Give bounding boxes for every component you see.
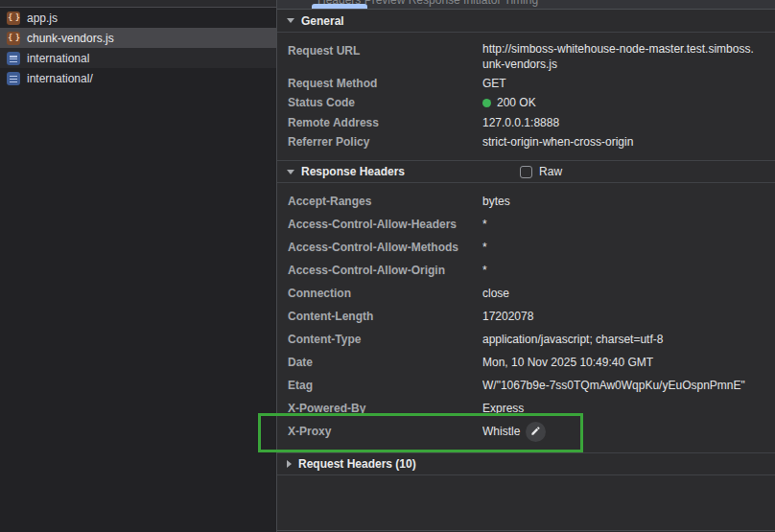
response-header-row: Access-Control-Allow-Origin * (277, 259, 775, 282)
document-file-icon (7, 72, 20, 85)
script-file-icon (7, 12, 20, 25)
detail-tab-bar[interactable]: Headers Preview Response Initiator Timin… (277, 0, 775, 10)
general-row: Request Method GET (277, 74, 775, 93)
header-value: strict-origin-when-cross-origin (482, 132, 775, 151)
response-header-row: Connection close (277, 282, 775, 305)
request-row-chunk-vendors-js[interactable]: chunk-vendors.js (0, 28, 276, 48)
header-value: 200 OK (482, 93, 775, 112)
header-value: * (482, 259, 775, 282)
chevron-down-icon (287, 18, 294, 23)
general-row: Remote Address 127.0.0.1:8888 (277, 113, 775, 132)
general-row: Request URL http://simboss-whitehouse-no… (277, 41, 775, 72)
header-name: Etag (288, 374, 482, 397)
header-name: X-Proxy (288, 420, 482, 443)
header-name: Content-Type (288, 328, 482, 351)
header-value: close (482, 282, 775, 305)
general-row: Referrer Policy strict-origin-when-cross… (277, 132, 775, 151)
devtools-network-panel: app.js chunk-vendors.js international in… (0, 0, 775, 532)
request-row-international-slash[interactable]: international/ (0, 68, 276, 88)
document-file-icon (7, 52, 20, 65)
response-header-rows: Accept-Ranges bytes Access-Control-Allow… (277, 183, 775, 452)
header-name: Access-Control-Allow-Headers (288, 213, 482, 236)
raw-checkbox[interactable] (520, 166, 532, 178)
request-url-line2: unk-vendors.js (482, 57, 775, 72)
header-value: Whistle (482, 420, 775, 443)
request-name: chunk-vendors.js (27, 32, 114, 45)
script-file-icon (7, 32, 20, 45)
request-list: app.js chunk-vendors.js international in… (0, 0, 276, 532)
status-code-text: 200 OK (497, 96, 536, 109)
request-row-international[interactable]: international (0, 48, 276, 68)
response-header-row: Date Mon, 10 Nov 2025 10:49:40 GMT (277, 351, 775, 374)
request-name: international (27, 52, 89, 65)
request-row-app-js[interactable]: app.js (0, 8, 276, 28)
response-header-row: Content-Length 17202078 (277, 305, 775, 328)
header-name: Content-Length (288, 305, 482, 328)
header-name: Request Method (288, 74, 482, 93)
header-value: * (482, 236, 775, 259)
headers-tab-indicator (312, 4, 367, 9)
pane-bottom-border (277, 530, 775, 531)
header-name: X-Powered-By (288, 397, 482, 420)
response-header-row: X-Powered-By Express (277, 397, 775, 420)
chevron-down-icon (287, 170, 294, 174)
general-section-header[interactable]: General (277, 10, 775, 33)
headers-detail-pane: Headers Preview Response Initiator Timin… (277, 0, 775, 532)
raw-checkbox-label: Raw (539, 165, 562, 178)
header-value: GET (482, 74, 775, 93)
response-header-row: Access-Control-Allow-Methods * (277, 236, 775, 259)
chevron-right-icon (287, 460, 292, 468)
request-list-header-edge (0, 0, 276, 8)
header-name: Accept-Ranges (288, 190, 482, 213)
x-proxy-value: Whistle (482, 425, 520, 438)
response-header-row: Access-Control-Allow-Headers * (277, 213, 775, 236)
header-name: Status Code (288, 93, 482, 112)
header-value: Express (482, 397, 775, 420)
header-name: Referrer Policy (288, 132, 482, 151)
response-header-row: Content-Type application/javascript; cha… (277, 328, 775, 351)
header-value: Mon, 10 Nov 2025 10:49:40 GMT (482, 351, 775, 374)
pencil-icon (530, 421, 541, 443)
general-rows: Request URL http://simboss-whitehouse-no… (277, 33, 775, 160)
response-header-row: Etag W/"1067b9e-7ss0TQmAw0WqpKu/yEuOspnP… (277, 374, 775, 397)
header-name: Date (288, 351, 482, 374)
request-headers-title: Request Headers (10) (298, 457, 416, 471)
header-value: * (482, 213, 775, 236)
request-name: app.js (27, 12, 58, 25)
edit-header-button[interactable] (526, 422, 546, 442)
request-headers-section-header[interactable]: Request Headers (10) (277, 452, 775, 475)
header-value: 127.0.0.1:8888 (482, 113, 775, 132)
status-ok-dot (482, 99, 491, 107)
response-headers-title: Response Headers (301, 165, 405, 178)
request-name: international/ (27, 72, 93, 85)
header-value: http://simboss-whitehouse-node-master.te… (482, 41, 775, 72)
response-headers-section-header[interactable]: Response Headers Raw (277, 160, 775, 183)
header-name: Remote Address (288, 113, 482, 132)
header-name: Access-Control-Allow-Methods (288, 236, 482, 259)
request-url-line1: http://simboss-whitehouse-node-master.te… (482, 41, 775, 57)
header-value: bytes (482, 190, 775, 213)
response-header-row: Accept-Ranges bytes (277, 190, 775, 213)
header-value: W/"1067b9e-7ss0TQmAw0WqpKu/yEuOspnPmnE" (482, 374, 775, 397)
general-section-title: General (301, 14, 344, 28)
header-name: Connection (288, 282, 482, 305)
x-proxy-row: X-Proxy Whistle (277, 420, 775, 443)
header-name: Access-Control-Allow-Origin (288, 259, 482, 282)
header-value: application/javascript; charset=utf-8 (482, 328, 775, 351)
header-name: Request URL (288, 41, 482, 72)
header-value: 17202078 (482, 305, 775, 328)
general-row: Status Code 200 OK (277, 93, 775, 112)
